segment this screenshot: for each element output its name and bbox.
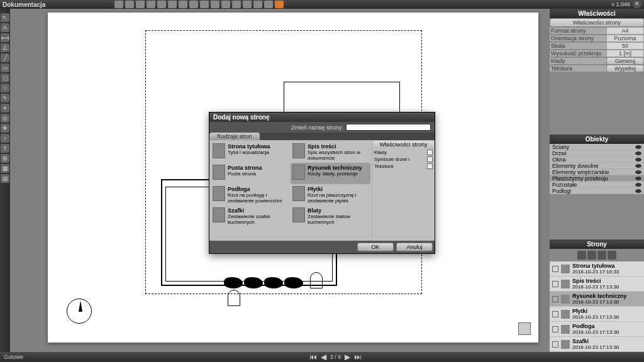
tool-swap-icon[interactable]: ↕ bbox=[1, 134, 9, 143]
page-next-icon[interactable]: ▶ bbox=[345, 353, 350, 361]
page-action-icon[interactable] bbox=[597, 251, 606, 260]
prop-value[interactable]: A4 bbox=[606, 27, 644, 35]
visibility-icon[interactable] bbox=[635, 158, 641, 162]
page-last-icon[interactable]: ⏭ bbox=[354, 353, 362, 361]
page-checkbox[interactable] bbox=[552, 296, 558, 302]
tool-icon[interactable] bbox=[211, 1, 219, 8]
page-checkbox[interactable] bbox=[552, 281, 558, 287]
tool-icon[interactable] bbox=[114, 1, 123, 8]
tool-pen-icon[interactable]: ✎ bbox=[1, 94, 9, 102]
tool-move-icon[interactable]: ✥ bbox=[1, 124, 9, 133]
visibility-icon[interactable] bbox=[635, 164, 641, 168]
tool-icon[interactable] bbox=[232, 1, 241, 8]
tool-target-icon[interactable]: ◎ bbox=[1, 114, 9, 123]
object-row[interactable]: Drzwi bbox=[550, 150, 644, 156]
fill-button[interactable]: Wypełnij bbox=[606, 65, 644, 72]
tool-icon[interactable] bbox=[264, 1, 273, 8]
page-checkbox[interactable] bbox=[552, 326, 558, 332]
page-checkbox[interactable] bbox=[552, 266, 558, 272]
tool-icon[interactable] bbox=[168, 1, 177, 8]
generate-button[interactable]: Generuj bbox=[606, 57, 644, 65]
tool-icon[interactable] bbox=[200, 1, 209, 8]
top-toolbar bbox=[114, 1, 284, 8]
visibility-icon[interactable] bbox=[635, 177, 641, 180]
page-type-item[interactable]: Spis treściSpis wszystkich stron w dokum… bbox=[291, 141, 370, 163]
prop-label: Format strony bbox=[550, 28, 606, 34]
tool-wand-icon[interactable]: ✦ bbox=[1, 104, 9, 112]
page-type-item[interactable]: SzafkiZestawienie szafek kuchennych bbox=[211, 206, 291, 227]
tool-rect2-icon[interactable]: ◻ bbox=[1, 74, 9, 82]
page-checkbox[interactable] bbox=[552, 341, 558, 348]
checkbox[interactable] bbox=[427, 150, 433, 155]
tool-cursor-icon[interactable]: ↖ bbox=[1, 13, 9, 22]
rename-input[interactable] bbox=[346, 124, 431, 131]
tab-page-types[interactable]: Rodzaje stron bbox=[209, 133, 260, 140]
page-row[interactable]: Rysunek techniczny2018-10-23 17:13:30 bbox=[550, 292, 644, 307]
visibility-icon[interactable] bbox=[635, 145, 641, 149]
page-type-item[interactable]: PodłogaRzut na podłogę i zestawienie pow… bbox=[211, 184, 291, 206]
tool-icon[interactable] bbox=[157, 1, 166, 8]
tool-table-icon[interactable]: ⊞ bbox=[1, 154, 9, 163]
page-action-icon[interactable] bbox=[577, 251, 586, 260]
checkbox[interactable] bbox=[427, 163, 433, 169]
page-first-icon[interactable]: ⏮ bbox=[309, 353, 317, 361]
visibility-icon[interactable] bbox=[635, 189, 641, 193]
dlg-right-header[interactable]: Właściwości strony bbox=[373, 141, 434, 148]
page-type-icon bbox=[213, 143, 225, 158]
tool-icon[interactable] bbox=[125, 1, 134, 8]
tool-icon[interactable] bbox=[147, 1, 155, 8]
visibility-icon[interactable] bbox=[635, 170, 641, 174]
close-button[interactable]: ✕ bbox=[633, 1, 641, 8]
page-prev-icon[interactable]: ◀ bbox=[321, 353, 326, 361]
object-row[interactable]: Elementy dowolne bbox=[550, 163, 644, 169]
page-type-item[interactable]: Pusta stronaPusta strona bbox=[211, 163, 291, 184]
tool-t-icon[interactable]: T bbox=[1, 144, 9, 153]
page-type-item[interactable]: Rysunek technicznyRzuty, kłady, przekroj… bbox=[291, 163, 370, 184]
pager: ⏮ ◀ 3 / 6 ▶ ⏭ bbox=[309, 353, 362, 361]
object-row[interactable]: Podłogi bbox=[550, 188, 644, 194]
object-row[interactable]: Elementy wnętrzarskie bbox=[550, 169, 644, 175]
prop-value[interactable]: Pozioma bbox=[606, 35, 644, 42]
tool-icon[interactable] bbox=[179, 1, 187, 8]
page-row[interactable]: Spis treści2018-10-23 17:13:30 bbox=[550, 277, 644, 292]
tool-dim-icon[interactable]: ⟷ bbox=[1, 33, 9, 42]
properties-panel: Właściwości strony Format stronyA4 Orien… bbox=[550, 18, 644, 134]
page-checkbox[interactable] bbox=[552, 311, 558, 317]
page-action-icon[interactable] bbox=[608, 251, 616, 260]
cancel-button[interactable]: Anuluj bbox=[396, 243, 433, 251]
object-row[interactable]: Ściany bbox=[550, 144, 644, 150]
object-row[interactable]: Okna bbox=[550, 156, 644, 163]
tool-rect-icon[interactable]: ▭ bbox=[1, 63, 9, 72]
visibility-icon[interactable] bbox=[635, 151, 641, 155]
tool-icon[interactable] bbox=[253, 1, 262, 8]
object-row[interactable]: Pozostałe bbox=[550, 182, 644, 188]
tool-icon[interactable] bbox=[136, 1, 145, 8]
tool-icon[interactable] bbox=[275, 1, 284, 8]
props-section[interactable]: Właściwości strony bbox=[550, 19, 643, 26]
prop-value[interactable]: 1 [m] bbox=[606, 50, 644, 57]
overview-icon[interactable] bbox=[518, 322, 531, 335]
tool-text-icon[interactable]: A bbox=[1, 23, 9, 32]
page-type-item[interactable]: BlatyZestawienie blatów kuchennych bbox=[291, 206, 370, 227]
tool-icon[interactable] bbox=[221, 1, 230, 8]
tool-circle-icon[interactable]: ○ bbox=[1, 84, 9, 92]
page-row[interactable]: Płytki2018-10-23 17:13:30 bbox=[550, 307, 644, 322]
page-row[interactable]: Podłoga2018-10-23 17:13:30 bbox=[550, 322, 644, 337]
tool-icon[interactable] bbox=[243, 1, 252, 8]
page-row[interactable]: Strona tytułowa2018-10-23 17:16:33 bbox=[550, 261, 644, 277]
prop-value[interactable]: 50 bbox=[606, 42, 644, 50]
page-type-item[interactable]: PłytkiRzut na płaszczyznę i zestawienie … bbox=[291, 184, 370, 206]
visibility-icon[interactable] bbox=[635, 183, 641, 187]
page-type-item[interactable]: Strona tytułowaTytuł i wizualizacja bbox=[211, 141, 291, 163]
checkbox[interactable] bbox=[427, 156, 433, 162]
tool-icon[interactable] bbox=[189, 1, 198, 8]
tool-line-icon[interactable]: ╱ bbox=[1, 53, 9, 62]
page-action-icon[interactable] bbox=[587, 251, 596, 260]
ok-button[interactable]: OK bbox=[357, 243, 394, 251]
tool-grid-icon[interactable]: ▦ bbox=[1, 164, 9, 173]
tool-angle-icon[interactable]: ∠ bbox=[1, 43, 9, 52]
object-row[interactable]: Płaszczyzny przekroju bbox=[550, 175, 644, 182]
page-row[interactable]: Szafki2018-10-23 17:13:30 bbox=[550, 337, 644, 352]
page-indicator: 3 / 6 bbox=[330, 354, 341, 360]
tool-cal-icon[interactable]: ▤ bbox=[1, 174, 9, 183]
